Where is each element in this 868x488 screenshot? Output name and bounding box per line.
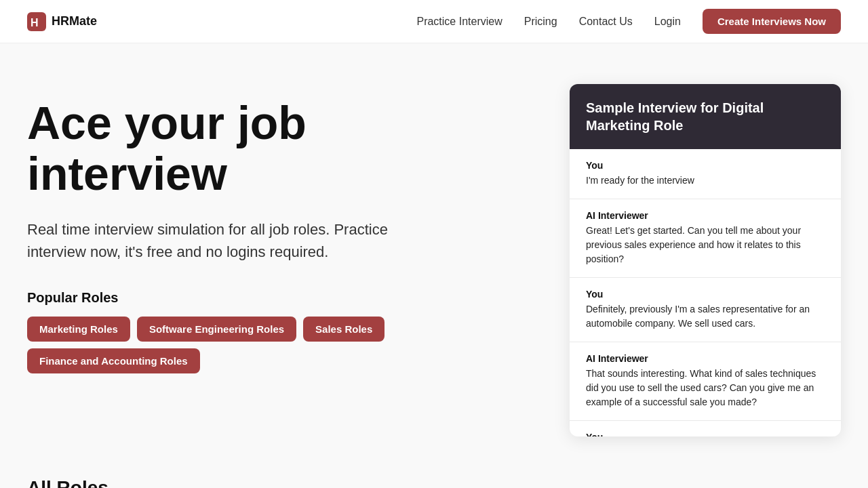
chat-sender: AI Interviewer	[586, 353, 825, 364]
chat-card-header: Sample Interview for Digital Marketing R…	[570, 84, 841, 149]
chat-sender: AI Interviewer	[586, 210, 825, 221]
nav-practice-interview[interactable]: Practice Interview	[416, 16, 502, 28]
create-interviews-button[interactable]: Create Interviews Now	[703, 9, 841, 34]
chat-message: YouDefinitely, previously I'm a sales re…	[570, 278, 841, 342]
chat-text: Definitely, previously I'm a sales repre…	[586, 302, 825, 331]
all-roles-section: All Roles	[0, 464, 868, 488]
chat-message: YouI'm ready for the interview	[570, 149, 841, 199]
nav-links: Practice Interview Pricing Contact Us Lo…	[416, 9, 841, 34]
logo-icon: H	[27, 12, 46, 31]
popular-roles-section: Popular Roles Marketing Roles Software E…	[27, 290, 434, 373]
chat-text: I'm ready for the interview	[586, 174, 825, 188]
role-tag-software-engineering[interactable]: Software Engineering Roles	[137, 317, 296, 342]
chat-sender: You	[586, 160, 825, 171]
hero-section: Ace your job interview Real time intervi…	[0, 43, 868, 464]
role-tag-sales[interactable]: Sales Roles	[303, 317, 384, 342]
chat-sender: You	[586, 432, 825, 436]
roles-tags: Marketing Roles Software Engineering Rol…	[27, 317, 434, 373]
all-roles-title: All Roles	[27, 477, 841, 488]
hero-subtitle: Real time interview simulation for all j…	[27, 218, 434, 263]
chat-sender: You	[586, 289, 825, 300]
svg-text:H: H	[31, 17, 39, 28]
chat-body[interactable]: YouI'm ready for the interviewAI Intervi…	[570, 149, 841, 436]
chat-message: AI InterviewerGreat! Let's get started. …	[570, 199, 841, 278]
role-tag-finance-accounting[interactable]: Finance and Accounting Roles	[27, 348, 200, 373]
navbar: H HRMate Practice Interview Pricing Cont…	[0, 0, 868, 43]
role-tag-marketing[interactable]: Marketing Roles	[27, 317, 130, 342]
hero-title: Ace your job interview	[27, 98, 434, 199]
chat-text: That sounds interesting. What kind of sa…	[586, 367, 825, 409]
chat-text: Great! Let's get started. Can you tell m…	[586, 224, 825, 266]
logo-text: HRMate	[52, 14, 97, 28]
nav-pricing[interactable]: Pricing	[524, 16, 557, 28]
nav-login[interactable]: Login	[654, 16, 681, 28]
hero-right: Sample Interview for Digital Marketing R…	[570, 84, 841, 436]
popular-roles-label: Popular Roles	[27, 290, 434, 306]
hero-left: Ace your job interview Real time intervi…	[27, 84, 434, 373]
chat-message: AI InterviewerThat sounds interesting. W…	[570, 342, 841, 421]
chat-card: Sample Interview for Digital Marketing R…	[570, 84, 841, 436]
logo-link[interactable]: H HRMate	[27, 12, 97, 31]
nav-contact-us[interactable]: Contact Us	[579, 16, 633, 28]
chat-message: YouSure, one example is my experience se…	[570, 421, 841, 436]
